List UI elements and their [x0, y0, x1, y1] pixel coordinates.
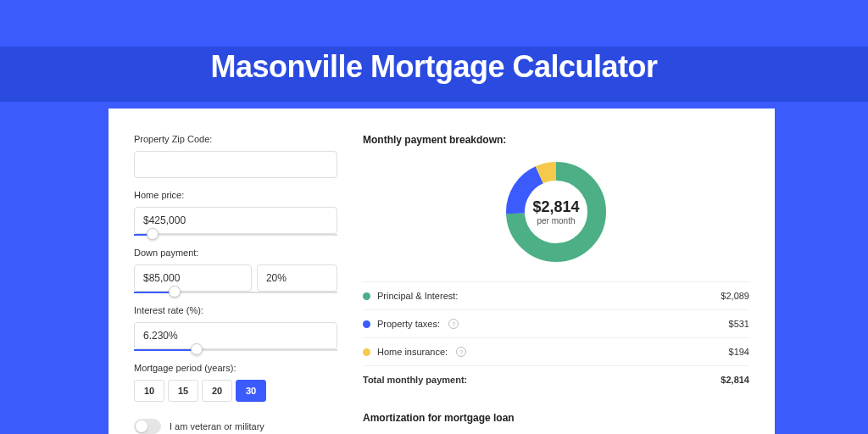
donut-sub: per month: [532, 216, 579, 225]
veteran-toggle[interactable]: [134, 419, 161, 434]
down-payment-pct-input[interactable]: [257, 264, 337, 292]
period-btn-15[interactable]: 15: [168, 380, 198, 402]
amortization-title: Amortization for mortgage loan: [363, 412, 749, 424]
legend-label: Principal & Interest:: [377, 291, 458, 301]
period-btn-10[interactable]: 10: [134, 380, 164, 402]
interest-rate-input[interactable]: [134, 322, 337, 349]
form-column: Property Zip Code: Home price: Down paym…: [134, 134, 337, 431]
home-price-field: Home price:: [134, 190, 337, 236]
period-btn-20[interactable]: 20: [202, 380, 232, 402]
dot-icon: [363, 320, 370, 328]
slider-handle[interactable]: [147, 228, 159, 240]
breakdown-column: Monthly payment breakdown: $2,814 per mo…: [363, 134, 749, 431]
legend-label: Property taxes:: [377, 319, 440, 329]
total-label: Total monthly payment:: [363, 375, 467, 385]
interest-rate-field: Interest rate (%):: [134, 305, 337, 351]
home-price-slider[interactable]: [134, 234, 337, 236]
breakdown-title: Monthly payment breakdown:: [363, 134, 749, 146]
slider-handle[interactable]: [169, 286, 181, 298]
info-icon[interactable]: ?: [456, 347, 466, 357]
zip-input[interactable]: [134, 151, 337, 178]
donut-center: $2,814 per month: [532, 198, 579, 225]
donut-amount: $2,814: [532, 198, 579, 216]
home-price-label: Home price:: [134, 190, 337, 200]
slider-handle[interactable]: [191, 343, 203, 355]
period-btn-30[interactable]: 30: [236, 380, 266, 402]
legend-value: $531: [729, 319, 749, 329]
page-title: Masonville Mortgage Calculator: [0, 49, 868, 85]
period-button-group: 10 15 20 30: [134, 380, 337, 402]
down-payment-input[interactable]: [134, 264, 252, 292]
down-payment-label: Down payment:: [134, 248, 337, 258]
info-icon[interactable]: ?: [448, 319, 459, 329]
donut-chart-wrap: $2,814 per month: [363, 158, 749, 266]
zip-field: Property Zip Code:: [134, 134, 337, 178]
legend-value: $194: [729, 347, 749, 357]
donut-chart: $2,814 per month: [502, 158, 610, 266]
mortgage-period-label: Mortgage period (years):: [134, 363, 337, 373]
legend-row-taxes: Property taxes: ? $531: [363, 309, 749, 337]
legend-row-principal: Principal & Interest: $2,089: [363, 281, 749, 309]
mortgage-period-field: Mortgage period (years): 10 15 20 30: [134, 363, 337, 402]
legend-value: $2,089: [721, 291, 749, 301]
home-price-input[interactable]: [134, 207, 337, 234]
interest-rate-label: Interest rate (%):: [134, 305, 337, 315]
interest-rate-slider[interactable]: [134, 349, 337, 351]
veteran-toggle-row: I am veteran or military: [134, 419, 337, 434]
zip-label: Property Zip Code:: [134, 134, 337, 144]
total-value: $2,814: [721, 375, 749, 385]
toggle-knob: [136, 420, 147, 432]
legend-row-insurance: Home insurance: ? $194: [363, 337, 749, 365]
legend-label: Home insurance:: [377, 347, 448, 357]
veteran-label: I am veteran or military: [170, 421, 264, 431]
legend-row-total: Total monthly payment: $2,814: [363, 365, 749, 393]
dot-icon: [363, 348, 370, 356]
down-payment-slider[interactable]: [134, 292, 337, 293]
calculator-card: Property Zip Code: Home price: Down paym…: [108, 108, 775, 434]
down-payment-field: Down payment:: [134, 248, 337, 293]
dot-icon: [363, 292, 370, 300]
